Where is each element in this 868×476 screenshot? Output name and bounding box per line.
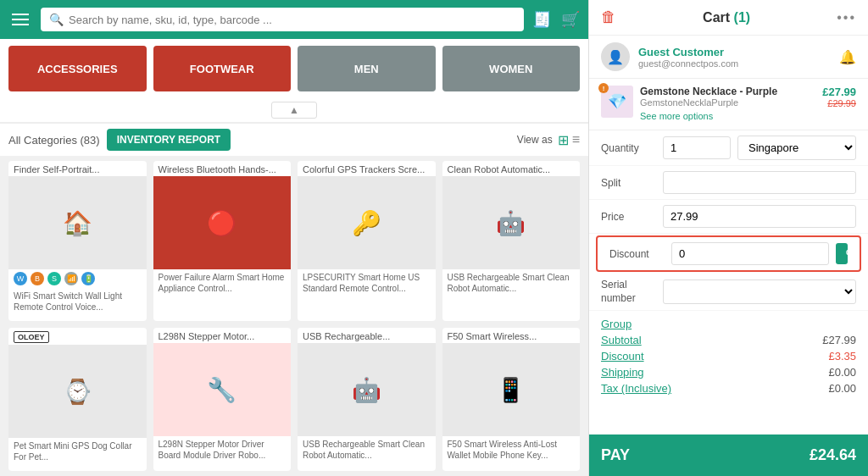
customer-name: Guest Customer xyxy=(638,46,839,58)
location-select[interactable]: Singapore xyxy=(737,136,856,160)
list-item[interactable]: Finder Self-Portrait... 🏠 W B S 📶 🔋 WiFi… xyxy=(8,161,147,321)
shipping-value: £0.00 xyxy=(828,366,856,379)
serial-number-label: Serial number xyxy=(601,279,656,305)
list-item[interactable]: USB Rechargeable... 🤖 USB Rechargeable S… xyxy=(298,328,436,471)
tax-value: £0.00 xyxy=(828,382,856,395)
product-desc: Power Failure Alarm Smart Home Appliance… xyxy=(153,269,292,299)
list-item[interactable]: OLOEY ⌚ Pet Smart Mini GPS Dog Collar Fo… xyxy=(8,328,147,471)
category-accessories[interactable]: ACCESSORIES xyxy=(8,46,147,91)
product-image: 🤖 xyxy=(298,343,436,436)
see-more-options-link[interactable]: See more options xyxy=(640,111,713,121)
feature-icon-1: W xyxy=(14,272,27,285)
product-name: Wireless Bluetooth Hands-... xyxy=(153,161,292,176)
list-item[interactable]: Wireless Bluetooth Hands-... 🔴 Power Fai… xyxy=(153,161,292,321)
view-as-label: View as xyxy=(517,134,553,146)
customer-row: 👤 Guest Customer guest@connectpos.com 🔔 xyxy=(589,36,868,79)
search-input[interactable] xyxy=(69,14,515,26)
product-thumbnail: 🏠 xyxy=(8,176,147,269)
discount-summary-value: £3.35 xyxy=(828,350,856,363)
customer-info: Guest Customer guest@connectpos.com xyxy=(638,46,839,69)
shipping-row: Shipping £0.00 xyxy=(601,364,856,380)
grid-view-icon[interactable]: ⊞ xyxy=(558,132,569,148)
cart-panel: 🗑 Cart (1) ••• 👤 Guest Customer guest@co… xyxy=(588,0,868,476)
search-bar: 🔍 xyxy=(41,8,524,31)
collapse-button[interactable]: ▲ xyxy=(271,102,317,119)
group-label[interactable]: Group xyxy=(601,318,632,330)
split-row: Split xyxy=(589,166,868,200)
discount-percent-button[interactable]: % xyxy=(836,243,848,264)
shipping-label[interactable]: Shipping xyxy=(601,366,644,379)
product-thumbnail: 🔧 xyxy=(153,343,292,436)
product-image: 🔴 xyxy=(153,176,292,269)
trash-icon[interactable]: 🗑 xyxy=(601,8,616,26)
quantity-row: Quantity Singapore xyxy=(589,130,868,166)
inventory-report-button[interactable]: INVENTORY REPORT xyxy=(107,129,231,151)
feature-icon-2: B xyxy=(31,272,44,285)
product-name: Finder Self-Portrait... xyxy=(8,161,147,176)
cart-product-row: ! 💎 Gemstone Necklace - Purple GemstoneN… xyxy=(589,79,868,130)
discount-toggle: % $ xyxy=(836,243,848,264)
product-desc: USB Rechargeable Smart Clean Robot Autom… xyxy=(298,436,436,466)
cart-product-info: Gemstone Necklace - Purple GemstoneNeckl… xyxy=(640,86,815,123)
cart-product-prices: £27.99 £29.99 xyxy=(822,86,856,108)
pay-label: PAY xyxy=(601,446,630,464)
subtotal-label[interactable]: Subtotal xyxy=(601,334,642,346)
product-grid: Finder Self-Portrait... 🏠 W B S 📶 🔋 WiFi… xyxy=(0,156,588,476)
notification-icon[interactable]: 🔔 xyxy=(839,49,856,65)
feature-icon-4: 📶 xyxy=(64,272,78,285)
list-item[interactable]: F50 Smart Wireless... 📱 F50 Smart Wirele… xyxy=(442,328,581,471)
feature-icon-3: S xyxy=(47,272,61,285)
product-name: Colorful GPS Trackers Scre... xyxy=(298,161,436,176)
product-image: 🔑 xyxy=(298,176,436,269)
pay-button[interactable]: PAY £24.64 xyxy=(589,434,868,476)
discount-summary-row: Discount £3.35 xyxy=(601,348,856,364)
split-input[interactable] xyxy=(663,171,856,194)
cart-product-thumbnail: ! 💎 xyxy=(601,86,633,118)
tax-row: Tax (Inclusive) £0.00 xyxy=(601,380,856,396)
quantity-label: Quantity xyxy=(601,142,656,154)
receipt-icon[interactable]: 🧾 xyxy=(532,10,551,29)
serial-number-select[interactable] xyxy=(663,280,856,304)
category-footwear[interactable]: FOOTWEAR xyxy=(153,46,292,91)
product-image: 📱 xyxy=(442,343,581,436)
category-men[interactable]: MEN xyxy=(298,46,436,91)
hamburger-button[interactable] xyxy=(8,10,32,29)
list-view-icon[interactable]: ≡ xyxy=(572,132,580,148)
top-bar: 🔍 🧾 🛒 xyxy=(0,0,588,39)
product-thumbnail: 🔴 xyxy=(153,176,292,269)
product-desc: L298N Stepper Motor Driver Board Module … xyxy=(153,436,292,466)
cart-title: Cart (1) xyxy=(703,10,750,25)
cart-product-name: Gemstone Necklace - Purple xyxy=(640,86,815,97)
top-bar-icons: 🧾 🛒 xyxy=(532,10,580,29)
list-item[interactable]: Clean Robot Automatic... 🤖 USB Rechargea… xyxy=(442,161,581,321)
product-name: L298N Stepper Motor... xyxy=(153,328,292,343)
discount-input[interactable] xyxy=(671,242,829,265)
list-header: All Categories (83) INVENTORY REPORT Vie… xyxy=(0,123,588,156)
product-desc: LPSECURITY Smart Home US Standard Remote… xyxy=(298,269,436,299)
product-image: ⌚ xyxy=(8,345,147,438)
cart-header: 🗑 Cart (1) ••• xyxy=(589,0,868,36)
list-item[interactable]: L298N Stepper Motor... 🔧 L298N Stepper M… xyxy=(153,328,292,471)
quantity-input[interactable] xyxy=(663,136,731,159)
search-icon: 🔍 xyxy=(49,13,64,26)
cart-product-sku: GemstoneNecklaPurple xyxy=(640,97,815,108)
discount-label: Discount xyxy=(609,248,665,260)
product-image: 🏠 xyxy=(8,176,147,269)
brand-badge: OLOEY xyxy=(14,331,49,343)
price-input[interactable] xyxy=(663,205,856,228)
price-original: £29.99 xyxy=(822,98,856,108)
more-options-icon[interactable]: ••• xyxy=(837,10,856,25)
product-desc: F50 Smart Wireless Anti-Lost Wallet Mobi… xyxy=(442,436,581,466)
subtotal-row: Subtotal £27.99 xyxy=(601,332,856,348)
view-icons: ⊞ ≡ xyxy=(558,132,580,148)
product-name: F50 Smart Wireless... xyxy=(442,328,581,343)
discount-summary-label[interactable]: Discount xyxy=(601,350,644,363)
discount-row: Discount % $ xyxy=(596,235,861,272)
cart-icon[interactable]: 🛒 xyxy=(561,10,580,29)
category-women[interactable]: WOMEN xyxy=(442,46,581,91)
product-name: OLOEY xyxy=(8,328,147,345)
pay-amount: £24.64 xyxy=(810,446,856,464)
list-item[interactable]: Colorful GPS Trackers Scre... 🔑 LPSECURI… xyxy=(298,161,436,321)
serial-number-row: Serial number xyxy=(589,274,868,311)
tax-label[interactable]: Tax (Inclusive) xyxy=(601,382,671,395)
